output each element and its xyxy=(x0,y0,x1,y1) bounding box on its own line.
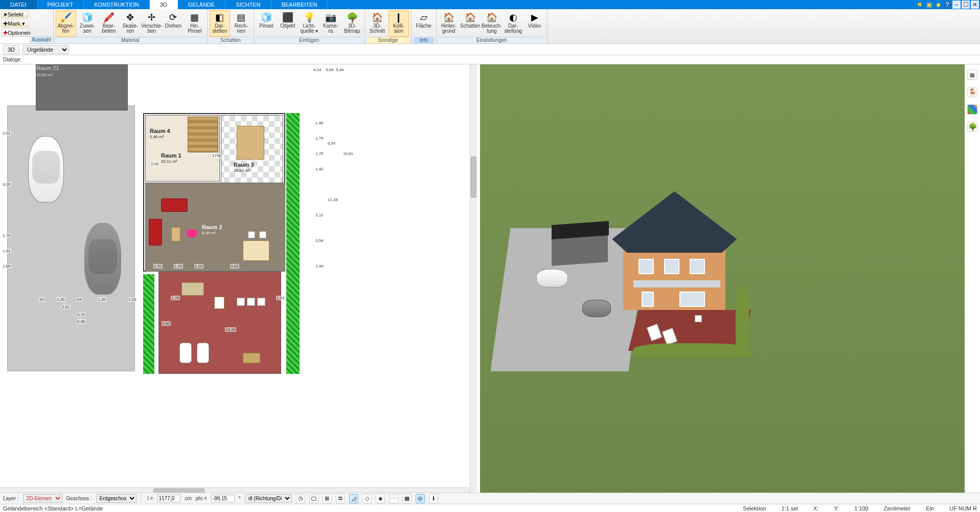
ribbon-label: Pinsel xyxy=(259,24,273,29)
ribbon-label: Verschie-ben xyxy=(141,24,163,34)
ribbon-btn[interactable]: 📷Kame-ra xyxy=(321,10,341,37)
ribbon-icon: 💡 xyxy=(304,12,315,23)
view-selector-bar: 3D Urgelände xyxy=(0,44,980,55)
ribbon-icon: 🖍️ xyxy=(103,12,115,23)
ribbon-btn[interactable]: ⟳Drehen xyxy=(163,10,184,37)
ribbon-btn[interactable]: ✢Verschie-ben xyxy=(142,10,162,37)
menu-3d[interactable]: 3D xyxy=(150,0,178,9)
ribbon-label: 3D-Schnitt xyxy=(370,24,385,34)
ribbon-icon: ✢ xyxy=(146,12,157,23)
ribbon-btn[interactable]: ✥Skalie-ren xyxy=(120,10,141,37)
select-label: Selekt xyxy=(8,11,24,17)
menu-konstruktion[interactable]: KONSTRUKTION xyxy=(84,0,149,9)
ribbon-btn[interactable]: ▤Rech-nen xyxy=(231,10,252,37)
menu-projekt[interactable]: PROJEKT xyxy=(37,0,84,9)
ribbon-icon: ❙ xyxy=(393,12,404,23)
ribbon-btn[interactable]: ◧Dar-stellen xyxy=(210,10,230,37)
ribbon-group-label: Einfügen xyxy=(256,37,362,43)
ribbon-label: Dar-stellen xyxy=(212,24,227,34)
maximize-icon[interactable]: ☐ xyxy=(962,1,970,9)
ribbon-icon: 🏠 xyxy=(486,12,497,23)
ribbon-btn[interactable]: 💡Licht-quelle ▾ xyxy=(299,10,320,37)
ribbon-group-label: Auswahl xyxy=(32,36,51,43)
ribbon-icon: ▦ xyxy=(189,12,200,23)
ribbon-icon: 🧊 xyxy=(261,12,272,23)
menu-bearbeiten[interactable]: BEARBEITEN xyxy=(271,0,328,9)
dialog-label: Dialoge: xyxy=(3,57,22,62)
ribbon-icon: ⬛ xyxy=(282,12,293,23)
ribbon-btn[interactable]: ◐Dar-stellung xyxy=(503,10,523,37)
ribbon-label: Objekt xyxy=(280,24,295,29)
close-icon[interactable]: ✕ xyxy=(971,1,979,9)
ribbon-label: Dar-stellung xyxy=(505,24,522,34)
ribbon-label: Bear-beiten xyxy=(102,24,116,34)
ribbon-btn[interactable]: ▶Video xyxy=(525,10,545,37)
ribbon-icon: ▤ xyxy=(236,12,247,23)
ribbon-icon: 🏠 xyxy=(372,12,383,23)
ribbon-label: Licht-quelle ▾ xyxy=(301,24,318,34)
ribbon-btn[interactable]: 🖍️Bear-beiten xyxy=(99,10,119,37)
view-tab-3d[interactable]: 3D xyxy=(3,45,19,54)
menu-datei[interactable]: DATEI xyxy=(0,0,37,9)
ribbon-group-sonstige: 🏠3D-Schnitt❙Kolli-sionSonstige xyxy=(365,9,412,43)
minimize-icon[interactable]: – xyxy=(952,1,961,9)
ribbon-btn[interactable]: 🧊Zuwei-sen xyxy=(77,10,98,37)
menu-gelaende[interactable]: GELÄNDE xyxy=(178,0,226,9)
ribbon-label: Fläche xyxy=(416,24,431,29)
ribbon: ➤Selekt ✚Mark.▾ ✚Optionen Auswahl🖌️Abgre… xyxy=(0,9,980,44)
plus-icon: ✚ xyxy=(3,30,8,36)
cursor-icon: ➤ xyxy=(3,11,8,18)
ribbon-btn[interactable]: 🏠3D-Schnitt xyxy=(367,10,388,37)
ribbon-btn[interactable]: 🧊Pinsel xyxy=(256,10,277,37)
ribbon-group-material: 🖌️Abgrei-fen🧊Zuwei-sen🖍️Bear-beiten✥Skal… xyxy=(54,9,208,43)
options-label: Optionen xyxy=(8,30,31,36)
ribbon-icon: 🏠 xyxy=(465,12,476,23)
ribbon-icon: ✥ xyxy=(125,12,136,23)
ribbon-group-info: ▱FlächeInfo xyxy=(412,9,437,43)
ribbon-group-label: Info xyxy=(414,37,434,43)
mark-label: Mark. xyxy=(8,20,22,27)
mark-icon: ✚ xyxy=(3,20,8,27)
mark-button[interactable]: ✚Mark.▾ xyxy=(1,19,28,28)
ribbon-group-einfügen: 🧊Pinsel⬛Objekt💡Licht-quelle ▾📷Kame-ra🌳3D… xyxy=(254,9,365,43)
ribbon-label: Kame-ra xyxy=(323,24,338,34)
ribbon-icon: 📷 xyxy=(325,12,336,23)
ribbon-btn[interactable]: 🏠Hinter-grund xyxy=(439,10,459,37)
menu-bar: DATEI PROJEKT KONSTRUKTION 3D GELÄNDE SI… xyxy=(0,0,980,9)
ribbon-icon: ◐ xyxy=(508,12,519,23)
ribbon-icon: 🏠 xyxy=(443,12,454,23)
ribbon-icon: 🌳 xyxy=(347,12,358,23)
ribbon-btn[interactable]: ▦Hin.Pinsel xyxy=(185,10,205,37)
ribbon-icon: ▶ xyxy=(529,12,540,23)
chevron-down-icon: ▾ xyxy=(22,20,25,27)
ribbon-btn[interactable]: ❙Kolli-sion xyxy=(389,10,409,37)
options-button[interactable]: ✚Optionen xyxy=(1,29,28,37)
ribbon-label: Hin.Pinsel xyxy=(188,24,201,34)
ribbon-label: 3D-Bitmap xyxy=(344,24,360,34)
ctrl-icon-1[interactable]: ✖ xyxy=(916,1,924,9)
ribbon-label: Drehen xyxy=(165,24,181,29)
ribbon-btn[interactable]: 🏠Schatten xyxy=(460,10,481,37)
ribbon-label: Zuwei-sen xyxy=(80,24,95,34)
menu-sichten[interactable]: SICHTEN xyxy=(225,0,271,9)
ribbon-btn[interactable]: 🖌️Abgrei-fen xyxy=(56,10,76,37)
ctrl-icon-2[interactable]: ▣ xyxy=(925,1,933,9)
ribbon-icon: ◧ xyxy=(214,12,225,23)
ribbon-btn[interactable]: ▱Fläche xyxy=(414,10,434,37)
ribbon-icon: 🖌️ xyxy=(60,12,72,23)
ribbon-btn[interactable]: 🏠Beleuch-tung xyxy=(482,10,502,37)
ribbon-group-label: Einstellungen xyxy=(439,37,545,43)
ribbon-label: Kolli-sion xyxy=(393,24,404,34)
ribbon-group-einstellungen: 🏠Hinter-grund🏠Schatten🏠Beleuch-tung◐Dar-… xyxy=(437,9,548,43)
terrain-select[interactable]: Urgelände xyxy=(22,45,69,54)
ribbon-label: Abgrei-fen xyxy=(58,24,74,34)
help-icon[interactable]: ? xyxy=(943,1,951,9)
ribbon-label: Rech-nen xyxy=(234,24,248,34)
select-button[interactable]: ➤Selekt xyxy=(1,10,28,18)
ribbon-group-label: Schatten xyxy=(210,37,252,43)
ctrl-icon-3[interactable]: ◆ xyxy=(934,1,942,9)
ribbon-group-schatten: ◧Dar-stellen▤Rech-nenSchatten xyxy=(208,9,254,43)
ribbon-btn[interactable]: 🌳3D-Bitmap xyxy=(342,10,362,37)
ribbon-btn[interactable]: ⬛Objekt xyxy=(278,10,298,37)
window-controls: ✖ ▣ ◆ ? – ☐ ✕ xyxy=(916,0,979,9)
